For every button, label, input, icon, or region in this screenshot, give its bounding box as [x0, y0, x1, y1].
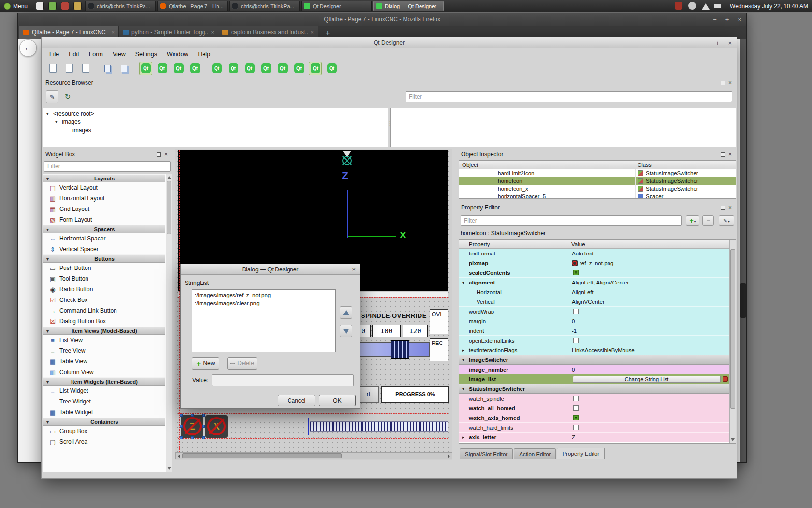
toolbar-tool-button[interactable]: [325, 62, 338, 75]
scroll-down-icon[interactable]: [731, 438, 735, 441]
resource-tree-row[interactable]: ▾ images: [44, 118, 388, 126]
close-icon[interactable]: ×: [738, 16, 741, 23]
expand-arrow-icon[interactable]: [462, 280, 467, 285]
property-value-cell[interactable]: [569, 268, 729, 277]
close-icon[interactable]: [352, 266, 356, 273]
widget-box-row[interactable]: ▦ Table View: [44, 356, 165, 367]
minimize-icon[interactable]: −: [713, 16, 717, 23]
ok-button[interactable]: OK: [319, 395, 356, 406]
scroll-left-icon[interactable]: [178, 454, 180, 458]
string-list-box[interactable]: :/images/images/ref_z_not.png:/images/im…: [192, 289, 336, 352]
taskbar-window-button[interactable]: chris@chris-ThinkPa...: [229, 1, 300, 11]
menubar-item[interactable]: Form: [84, 50, 108, 59]
dock-close-icon[interactable]: [728, 205, 732, 210]
resource-filter-input[interactable]: [406, 91, 732, 102]
taskbar-window-button[interactable]: Qtlathe - Page 7 - Lin...: [157, 1, 228, 11]
selection-handle[interactable]: [191, 436, 194, 439]
resource-browser-title[interactable]: Resource Browser: [43, 78, 736, 88]
selection-handle[interactable]: [180, 414, 183, 417]
toolbar-file-button[interactable]: [46, 62, 59, 75]
widget-box-row[interactable]: ▧ Form Layout: [44, 214, 165, 225]
object-inspector-row[interactable]: homeIcon_x StatusImageSwitcher: [459, 185, 736, 193]
expand-arrow-icon[interactable]: [462, 358, 467, 362]
tree-expand-icon[interactable]: ▾: [55, 120, 60, 124]
taskbar-window-button[interactable]: chris@chris-ThinkPa...: [85, 1, 156, 11]
property-value-cell[interactable]: AlignVCenter AlignVCenter: [569, 297, 729, 306]
editor-tab[interactable]: Action Editor: [514, 448, 556, 459]
toolbar-tool-button[interactable]: [243, 62, 256, 75]
property-row[interactable]: openExternalLinks: [459, 336, 729, 345]
selection-handle[interactable]: [180, 436, 183, 439]
widget-box-row[interactable]: → Command Link Button: [44, 305, 165, 316]
property-value-cell[interactable]: ref_z_not.png ref_z_not.png: [569, 258, 729, 268]
taskbar-clock[interactable]: Wednesday July 22, 10:40 AM: [730, 0, 808, 12]
toolbar-edit-button[interactable]: [117, 62, 130, 75]
widget-box-row[interactable]: ☑ Check Box: [44, 295, 165, 305]
property-value-cell[interactable]: [569, 403, 729, 413]
toolbar-mode-button[interactable]: [139, 62, 152, 75]
property-row[interactable]: wordWrap: [459, 307, 729, 316]
object-inspector-title[interactable]: Object Inspector: [459, 149, 736, 159]
form-horizontal-scrollbar[interactable]: [175, 452, 452, 459]
user-status-icon[interactable]: [688, 2, 696, 10]
resource-tree-row[interactable]: ▾ <resource root>: [44, 109, 388, 118]
home-z-status-icon[interactable]: Z: [181, 415, 203, 438]
property-row[interactable]: image_number 0 0: [459, 365, 729, 374]
expand-arrow-icon[interactable]: [462, 435, 467, 440]
launcher-files-icon[interactable]: [36, 2, 44, 10]
property-row[interactable]: margin 0 0: [459, 316, 729, 326]
widget-box-row[interactable]: ≡ Tree Widget: [44, 396, 165, 407]
widget-box-row[interactable]: Containers: [44, 418, 165, 426]
dock-float-icon[interactable]: [157, 152, 161, 157]
property-row[interactable]: axis_letter Z Z: [459, 433, 729, 442]
property-value-cell[interactable]: [569, 423, 729, 432]
dock-close-icon[interactable]: [164, 151, 168, 157]
add-dynamic-property-button[interactable]: +: [686, 215, 699, 226]
expand-arrow-icon[interactable]: [462, 387, 467, 391]
widget-box-row[interactable]: ▦ Table Widget: [44, 407, 165, 418]
widget-box-row[interactable]: Buttons: [44, 254, 165, 263]
menubar-item[interactable]: Edit: [64, 50, 84, 59]
update-shield-icon[interactable]: [675, 2, 682, 10]
delete-button[interactable]: Delete: [227, 357, 257, 370]
scroll-down-icon[interactable]: [167, 467, 171, 470]
object-inspector-row[interactable]: horizontalSpacer_5 Spacer: [459, 193, 736, 199]
widget-box-filter-input[interactable]: [44, 161, 171, 172]
property-value-cell[interactable]: AlignLeft AlignLeft: [569, 287, 729, 297]
toolbar-mode-button[interactable]: [188, 62, 202, 75]
selection-handle[interactable]: [202, 436, 205, 439]
edit-resources-button[interactable]: ✎: [46, 90, 58, 103]
firefox-scrollbar[interactable]: [740, 39, 746, 462]
dock-float-icon[interactable]: [721, 152, 725, 157]
widget-box-row[interactable]: Layouts: [44, 174, 165, 182]
taskbar-window-button[interactable]: Dialog — Qt Designer: [373, 1, 444, 11]
dock-close-icon[interactable]: [728, 80, 732, 86]
minimize-icon[interactable]: −: [703, 39, 707, 46]
scroll-up-icon[interactable]: [167, 176, 171, 179]
editor-tab[interactable]: Signal/Slot Editor: [460, 448, 513, 459]
widget-box-row[interactable]: ▥ Column View: [44, 367, 165, 377]
property-row[interactable]: image_list Change String List Change Str…: [459, 374, 729, 384]
widget-box-row[interactable]: ▦ Grid Layout: [44, 204, 165, 214]
widget-box-row[interactable]: ≡ List View: [44, 335, 165, 345]
property-value-cell[interactable]: 0 0: [569, 316, 729, 326]
selection-handle[interactable]: [202, 414, 205, 417]
toolbar-tool-button[interactable]: [210, 62, 223, 75]
property-checkbox[interactable]: [573, 425, 579, 430]
property-row[interactable]: alignment AlignLeft, AlignVCenter AlignL…: [459, 278, 729, 287]
reload-resources-button[interactable]: ↻: [61, 90, 74, 103]
menubar-item[interactable]: Settings: [130, 50, 162, 59]
toolbar-mode-button[interactable]: [156, 62, 169, 75]
property-filter-input[interactable]: [461, 215, 682, 226]
expand-arrow-icon[interactable]: [462, 348, 467, 353]
property-checkbox[interactable]: [573, 270, 579, 275]
property-checkbox[interactable]: [573, 309, 579, 314]
widget-box-row[interactable]: Item Views (Model-Based): [44, 327, 165, 335]
property-row[interactable]: indent -1 -1: [459, 326, 729, 336]
object-inspector-row[interactable]: hardLimit2Icon StatusImageSwitcher: [459, 169, 736, 177]
change-string-list-button[interactable]: Change String List: [573, 376, 721, 383]
property-row[interactable]: watch_all_homed: [459, 403, 729, 413]
menubar-item[interactable]: Window: [162, 50, 193, 59]
widget-box-scrollbar-thumb[interactable]: [167, 181, 171, 234]
property-editor-scrollbar-thumb[interactable]: [730, 249, 735, 409]
